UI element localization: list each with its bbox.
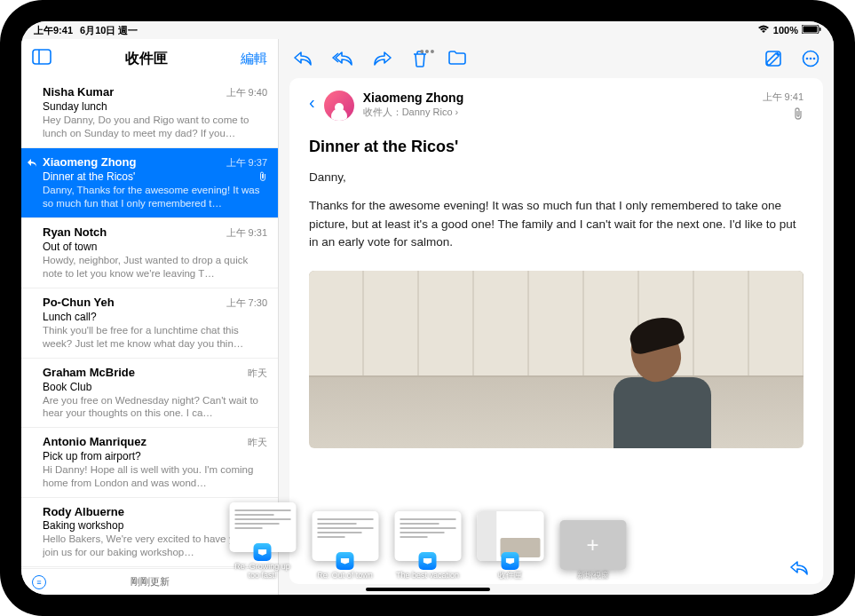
svg-point-7 bbox=[806, 58, 809, 60]
msg-preview: Howdy, neighbor, Just wanted to drop a q… bbox=[43, 254, 267, 280]
edit-button[interactable]: 編輯 bbox=[241, 51, 267, 67]
replied-icon bbox=[27, 157, 37, 170]
mail-toolbar bbox=[279, 39, 834, 78]
attachment-icon bbox=[258, 171, 267, 184]
window-label: Re: Out of town bbox=[317, 572, 373, 580]
window-label: 新增視窗 bbox=[577, 572, 609, 580]
home-indicator[interactable] bbox=[366, 588, 490, 591]
battery-label: 100% bbox=[773, 25, 798, 36]
svg-point-8 bbox=[810, 58, 812, 60]
mail-recipient[interactable]: 收件人：Danny Rico › bbox=[363, 106, 754, 119]
sidebar-toggle-icon[interactable] bbox=[32, 49, 51, 68]
window-label: 收件匣 bbox=[498, 572, 522, 580]
folder-icon[interactable] bbox=[447, 50, 467, 67]
mail-app-icon bbox=[502, 552, 519, 570]
mail-app-icon bbox=[336, 552, 354, 570]
window-thumbnail[interactable]: 收件匣 bbox=[477, 511, 543, 580]
msg-sender: Graham McBride bbox=[43, 366, 135, 379]
msg-subject: Dinner at the Ricos' bbox=[43, 170, 267, 183]
attachment-icon[interactable] bbox=[763, 107, 804, 122]
back-icon[interactable]: ‹ bbox=[309, 92, 315, 113]
msg-preview: Danny, Thanks for the awesome evening! I… bbox=[43, 184, 267, 210]
msg-subject: Pick up from airport? bbox=[43, 450, 267, 462]
reply-all-icon[interactable] bbox=[332, 50, 353, 67]
svg-rect-2 bbox=[819, 28, 821, 31]
msg-time: 上午 7:30 bbox=[226, 296, 267, 310]
window-label: The best vacation bbox=[396, 572, 459, 580]
wifi-icon bbox=[757, 25, 770, 36]
compose-icon[interactable] bbox=[764, 50, 782, 67]
message-item[interactable]: Graham McBride昨天Book ClubAre you free on… bbox=[21, 359, 278, 429]
mail-body: Danny, Thanks for the awesome evening! I… bbox=[309, 169, 804, 262]
window-thumbnail[interactable]: Re: Out of town bbox=[312, 511, 378, 580]
msg-sender: Antonio Manriquez bbox=[43, 435, 146, 448]
status-time: 上午9:41 bbox=[34, 24, 73, 37]
msg-preview: Hi Danny! Hope all is well with you. I'm… bbox=[43, 463, 267, 490]
msg-sender: Nisha Kumar bbox=[43, 85, 114, 99]
message-item[interactable]: Po-Chun Yeh上午 7:30Lunch call?Think you'l… bbox=[21, 288, 278, 359]
message-item[interactable]: Xiaomeng Zhong上午 9:37Dinner at the Ricos… bbox=[21, 148, 278, 218]
mail-app-icon bbox=[254, 543, 272, 561]
msg-time: 昨天 bbox=[248, 367, 267, 380]
ipad-frame: 上午9:41 6月10日 週一 100% ••• 收件匣 編輯 Nis bbox=[0, 0, 855, 616]
window-thumbnail[interactable]: The best vacation bbox=[394, 511, 461, 580]
svg-rect-3 bbox=[33, 50, 51, 64]
mail-subject: Dinner at the Ricos' bbox=[309, 138, 804, 156]
status-date: 6月10日 週一 bbox=[80, 24, 138, 37]
status-bar: 上午9:41 6月10日 週一 100% bbox=[21, 21, 834, 39]
forward-icon[interactable] bbox=[373, 50, 392, 67]
window-thumbnail[interactable]: Re: Growing up too fast! bbox=[229, 502, 296, 580]
message-list[interactable]: Nisha Kumar上午 9:40Sunday lunchHey Danny,… bbox=[21, 78, 278, 568]
sender-avatar[interactable] bbox=[324, 91, 354, 121]
sync-status: 剛剛更新 bbox=[131, 575, 170, 588]
shelf-reply-icon[interactable] bbox=[789, 559, 809, 579]
message-item[interactable]: Antonio Manriquez昨天Pick up from airport?… bbox=[21, 428, 278, 498]
mail-sender[interactable]: Xiaomeng Zhong bbox=[363, 91, 754, 105]
svg-point-9 bbox=[813, 58, 816, 60]
msg-subject: Sunday lunch bbox=[43, 100, 267, 113]
msg-preview: Are you free on Wednesday night? Can't w… bbox=[43, 394, 267, 421]
msg-sender: Po-Chun Yeh bbox=[43, 296, 115, 309]
screen: 上午9:41 6月10日 週一 100% ••• 收件匣 編輯 Nis bbox=[21, 21, 834, 595]
svg-rect-1 bbox=[804, 27, 818, 33]
msg-time: 上午 9:37 bbox=[226, 156, 267, 170]
msg-subject: Out of town bbox=[43, 241, 267, 253]
app-switcher-shelf[interactable]: Re: Growing up too fast!Re: Out of townT… bbox=[218, 495, 637, 588]
msg-preview: Think you'll be free for a lunchtime cha… bbox=[43, 324, 267, 351]
battery-icon bbox=[802, 25, 821, 36]
msg-sender: Xiaomeng Zhong bbox=[43, 155, 136, 169]
mail-time: 上午 9:41 bbox=[763, 91, 804, 104]
mail-app-icon bbox=[419, 552, 437, 570]
filter-icon[interactable]: ≡ bbox=[32, 575, 46, 589]
reply-icon[interactable] bbox=[293, 50, 313, 67]
msg-sender: Rody Albuerne bbox=[43, 505, 124, 518]
more-icon[interactable] bbox=[802, 50, 819, 67]
msg-subject: Book Club bbox=[43, 381, 267, 393]
msg-subject: Lunch call? bbox=[43, 311, 267, 323]
mailbox-title: 收件匣 bbox=[125, 50, 168, 68]
msg-preview: Hey Danny, Do you and Rigo want to come … bbox=[43, 114, 267, 140]
plus-icon: + bbox=[559, 520, 626, 570]
msg-time: 上午 9:40 bbox=[226, 86, 267, 99]
mail-attachment-image[interactable] bbox=[309, 271, 804, 448]
new-window-button[interactable]: +新增視窗 bbox=[559, 520, 626, 580]
multitask-dots-icon[interactable]: ••• bbox=[420, 44, 436, 59]
message-item[interactable]: Ryan Notch上午 9:31Out of townHowdy, neigh… bbox=[21, 218, 278, 288]
message-item[interactable]: Nisha Kumar上午 9:40Sunday lunchHey Danny,… bbox=[21, 78, 278, 148]
window-label: Re: Growing up too fast! bbox=[229, 563, 296, 580]
msg-time: 上午 9:31 bbox=[226, 226, 267, 240]
msg-sender: Ryan Notch bbox=[43, 225, 107, 239]
msg-time: 昨天 bbox=[248, 436, 267, 449]
